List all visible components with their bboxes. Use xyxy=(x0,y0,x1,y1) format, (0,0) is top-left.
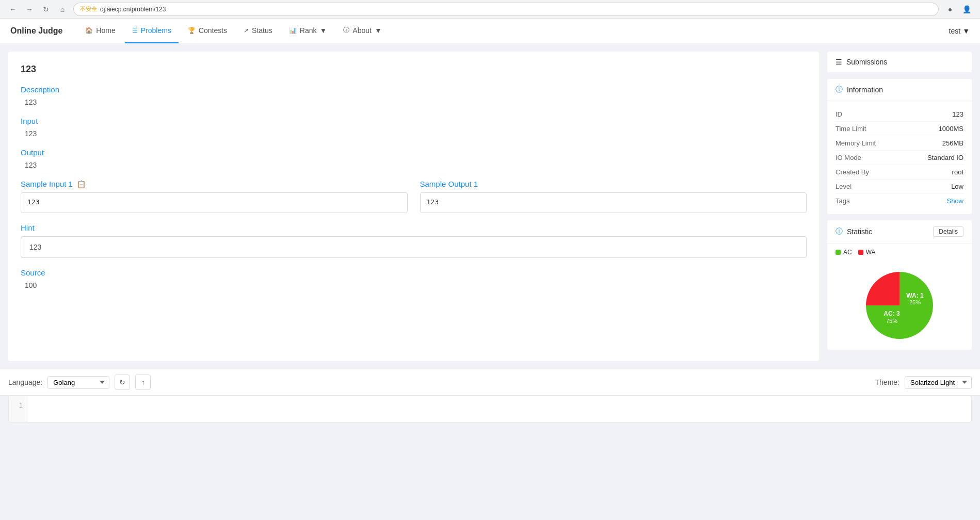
wa-percent: 25% xyxy=(909,299,921,305)
nav-home[interactable]: 🏠 Home xyxy=(78,19,122,43)
hint-title: Hint xyxy=(21,223,807,232)
address-bar[interactable]: 不安全 oj.aiecp.cn/problem/123 xyxy=(73,3,939,16)
info-iomode-row: IO Mode Standard IO xyxy=(836,151,963,165)
info-tags-row: Tags Show xyxy=(836,194,963,208)
sample-output-header: Sample Output 1 xyxy=(420,180,807,188)
legend-wa: WA xyxy=(858,249,876,256)
info-createdby-value: root xyxy=(952,168,963,176)
info-memorylimit-value: 256MB xyxy=(942,139,963,147)
info-createdby-row: Created By root xyxy=(836,165,963,180)
brand: Online Judge xyxy=(10,26,62,36)
forward-button[interactable]: → xyxy=(23,3,36,16)
chart-legend: AC WA xyxy=(827,243,972,261)
output-title: Output xyxy=(21,148,807,157)
user-menu[interactable]: test ▼ xyxy=(949,27,970,35)
source-content: 100 xyxy=(21,281,807,289)
info-id-label: ID xyxy=(836,110,842,118)
address-text: oj.aiecp.cn/problem/123 xyxy=(100,6,166,13)
nav-home-label: Home xyxy=(96,26,115,35)
info-memorylimit-label: Memory Limit xyxy=(836,139,876,147)
info-timelimit-label: Time Limit xyxy=(836,125,866,133)
theme-select[interactable]: Solarized Light Monokai Default xyxy=(905,376,972,389)
details-button[interactable]: Details xyxy=(933,226,963,237)
main-container: 123 Description 123 Input 123 Output 123… xyxy=(0,43,980,369)
user-dropdown-arrow: ▼ xyxy=(962,27,970,35)
nav-contests[interactable]: 🏆 Contests xyxy=(181,19,234,43)
browser-nav-buttons: ← → ↻ ⌂ xyxy=(6,3,69,16)
home-nav-button[interactable]: ⌂ xyxy=(56,3,69,16)
nav-problems[interactable]: ☰ Problems xyxy=(125,19,179,43)
information-card: ⓘ Information ID 123 Time Limit 1000MS M… xyxy=(827,79,972,214)
info-id-row: ID 123 xyxy=(836,107,963,122)
info-table: ID 123 Time Limit 1000MS Memory Limit 25… xyxy=(827,101,972,214)
input-title: Input xyxy=(21,117,807,125)
nav-rank[interactable]: 📊 Rank ▼ xyxy=(282,19,334,43)
code-content-area[interactable] xyxy=(27,396,971,422)
information-header: ⓘ Information xyxy=(827,79,972,101)
upload-button[interactable]: ↑ xyxy=(135,375,151,390)
nav-status[interactable]: ↗ Status xyxy=(236,19,280,43)
nav-rank-label: Rank xyxy=(300,26,317,35)
info-tags-value[interactable]: Show xyxy=(946,197,963,205)
browser-bar: ← → ↻ ⌂ 不安全 oj.aiecp.cn/problem/123 ● 👤 xyxy=(0,0,980,19)
information-label: Information xyxy=(847,86,883,94)
nav-status-label: Status xyxy=(252,26,272,35)
nav-about-label: About xyxy=(352,26,372,35)
hint-box: 123 xyxy=(21,236,807,258)
sample-input-box: 123 xyxy=(21,192,408,213)
info-timelimit-value: 1000MS xyxy=(939,125,963,133)
about-icon: ⓘ xyxy=(343,26,349,35)
submissions-icon: ☰ xyxy=(836,58,842,66)
problem-number: 123 xyxy=(21,64,807,75)
home-icon: 🏠 xyxy=(85,27,93,34)
language-select[interactable]: Golang C C++ Java Python xyxy=(47,376,109,389)
nav-contests-label: Contests xyxy=(199,26,227,35)
wa-dot xyxy=(858,250,863,255)
statistic-card: ⓘ Statistic Details AC WA xyxy=(827,220,972,350)
ac-percent: 75% xyxy=(886,318,897,324)
reset-button[interactable]: ↻ xyxy=(115,375,130,390)
theme-label: Theme: xyxy=(875,378,899,386)
info-id-value: 123 xyxy=(952,110,963,118)
status-icon: ↗ xyxy=(244,27,249,34)
info-iomode-value: Standard IO xyxy=(927,154,963,161)
hint-content: 123 xyxy=(29,243,41,251)
input-content: 123 xyxy=(21,129,807,138)
info-iomode-label: IO Mode xyxy=(836,154,861,161)
wa-legend-label: WA xyxy=(866,249,876,256)
sample-output-box: 123 xyxy=(420,192,807,213)
navbar: Online Judge 🏠 Home ☰ Problems 🏆 Contest… xyxy=(0,19,980,43)
contests-icon: 🏆 xyxy=(188,27,196,34)
security-warning: 不安全 xyxy=(80,5,97,13)
info-createdby-label: Created By xyxy=(836,168,869,176)
problem-card: 123 Description 123 Input 123 Output 123… xyxy=(8,52,819,361)
submissions-header: ☰ Submissions xyxy=(827,52,972,73)
editor-toolbar: Language: Golang C C++ Java Python ↻ ↑ T… xyxy=(0,369,980,396)
navbar-right: test ▼ xyxy=(949,27,970,35)
info-memorylimit-row: Memory Limit 256MB xyxy=(836,136,963,151)
info-level-row: Level Low xyxy=(836,180,963,194)
copy-icon[interactable]: 📋 xyxy=(77,180,86,188)
description-content: 123 xyxy=(21,98,807,106)
sample-row: Sample Input 1 📋 123 Sample Output 1 123 xyxy=(21,180,807,213)
back-button[interactable]: ← xyxy=(6,3,20,16)
statistic-header: ⓘ Statistic Details xyxy=(827,220,972,243)
sample-input-col: Sample Input 1 📋 123 xyxy=(21,180,408,213)
extensions-icon[interactable]: ● xyxy=(943,2,957,17)
statistic-title: ⓘ Statistic xyxy=(836,227,872,236)
rank-icon: 📊 xyxy=(289,27,297,34)
legend-ac: AC xyxy=(836,249,852,256)
pie-chart: AC: 3 75% WA: 1 25% xyxy=(863,269,936,342)
nav-links: 🏠 Home ☰ Problems 🏆 Contests ↗ Status 📊 … xyxy=(78,19,949,43)
nav-about[interactable]: ⓘ About ▼ xyxy=(336,19,389,43)
info-timelimit-row: Time Limit 1000MS xyxy=(836,122,963,136)
sample-output-title: Sample Output 1 xyxy=(420,180,478,188)
sample-output-col: Sample Output 1 123 xyxy=(420,180,807,213)
profile-icon[interactable]: 👤 xyxy=(959,2,974,17)
rank-arrow: ▼ xyxy=(319,26,327,35)
ac-label: AC: 3 xyxy=(883,310,900,317)
sample-input-header: Sample Input 1 📋 xyxy=(21,180,408,188)
submissions-card: ☰ Submissions xyxy=(827,52,972,73)
sample-input-title: Sample Input 1 xyxy=(21,180,73,188)
refresh-button[interactable]: ↻ xyxy=(39,3,53,16)
